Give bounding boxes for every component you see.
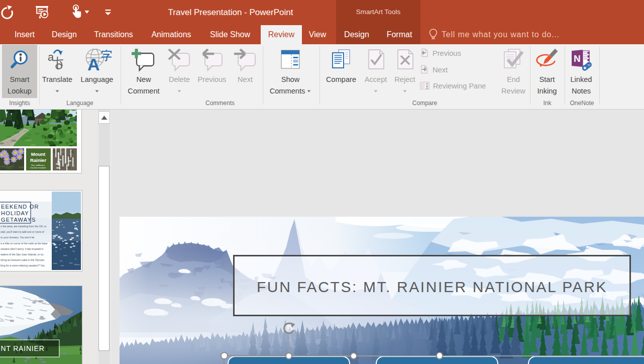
svg-text:N: N xyxy=(574,53,581,64)
svg-text:GETAWAYS: GETAWAYS xyxy=(1,217,36,223)
svg-text:mountain meadows: mountain meadows xyxy=(30,167,46,169)
svg-text:king for a more relaxing vacat: king for a more relaxing vacation? You xyxy=(1,264,45,267)
svg-text:HOLIDAY: HOLIDAY xyxy=(1,210,29,216)
svg-text:oad, you'll want to add one or: oad, you'll want to add one or more of xyxy=(1,230,44,233)
svg-text:volcano (don't worry, it last: volcano (don't worry, it last erupted in xyxy=(1,247,43,250)
svg-text:n the area, are traveling from: n the area, are traveling from the US, o… xyxy=(1,225,47,228)
svg-text:a: a xyxy=(48,51,54,63)
svg-text:lilies, wildflowers,: lilies, wildflowers, xyxy=(31,164,45,166)
svg-text:NT RAINIER: NT RAINIER xyxy=(1,344,45,352)
svg-text:Rainier: Rainier xyxy=(30,157,47,163)
svg-text:shing at Crescent Lake in the: shing at Crescent Lake in the Olympic xyxy=(1,258,45,261)
svg-text:waters of the San Juan Islands: waters of the San Juan Islands, or try xyxy=(1,253,44,256)
svg-text:to your itinerary. You won't b: to your itinerary. You won't be xyxy=(1,236,35,239)
svg-text:Mount: Mount xyxy=(31,151,46,157)
svg-text:e a hike on some of the trails: e a hike on some of the trails at the ba… xyxy=(1,242,48,245)
svg-text:A: A xyxy=(87,55,100,72)
svg-text:EEKEND OR: EEKEND OR xyxy=(1,204,39,210)
